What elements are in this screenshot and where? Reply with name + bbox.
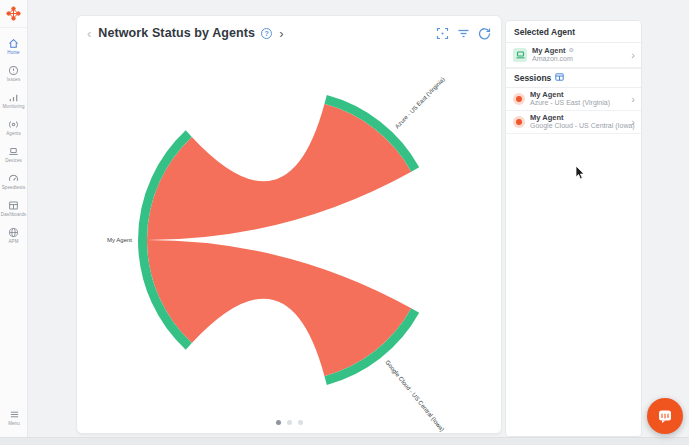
sidebar-item-label: Dashboards (1, 212, 26, 217)
sidebar-item-home[interactable]: Home (0, 33, 28, 60)
pagination-dot[interactable] (298, 420, 303, 425)
issues-icon (8, 65, 19, 76)
sidebar-item-agents[interactable]: Agents (0, 114, 28, 141)
logo-network-icon (6, 6, 21, 21)
sidebar-item-label: Agents (6, 131, 21, 136)
gear-icon[interactable]: ⚙ (568, 47, 573, 55)
apm-icon (8, 227, 19, 238)
session-status-icon (513, 116, 525, 128)
session-row-google[interactable]: My Agent Google Cloud - US Central (Iowa… (506, 111, 641, 134)
sidebar-item-devices[interactable]: Devices (0, 141, 28, 168)
sidebar-item-apm[interactable]: APM (0, 222, 28, 249)
sidebar-item-label: Menu (8, 421, 20, 426)
selected-agent-subtitle: Amazon.com (532, 55, 574, 64)
pagination-dot[interactable] (276, 420, 281, 425)
speedtests-icon (8, 173, 19, 184)
session-title: My Agent (530, 90, 563, 99)
sidebar-item-label: Devices (5, 158, 22, 163)
sidebar-nav: Home Issues Monitoring Agents Devices Sp… (0, 28, 27, 249)
selected-agent-row[interactable]: My Agent ⚙ Amazon.com › (506, 43, 641, 68)
session-title: My Agent (530, 113, 563, 122)
sidebar-item-dashboards[interactable]: Dashboards (0, 195, 28, 222)
chevron-right-icon: › (631, 50, 635, 61)
dashboards-icon (8, 200, 19, 211)
selected-agent-title: My Agent (532, 46, 565, 55)
sidebar-item-label: Home (7, 50, 19, 55)
sidebar-item-speedtests[interactable]: Speedtests (0, 168, 28, 195)
session-status-icon (513, 93, 525, 105)
chevron-right-icon: › (631, 94, 635, 105)
session-row-azure[interactable]: My Agent Azure - US East (Virginia) › (506, 88, 641, 111)
sidebar-item-label: Issues (7, 77, 21, 82)
session-subtitle: Azure - US East (Virginia) (530, 99, 610, 108)
chord-node-label: My Agent (107, 237, 132, 243)
app-logo[interactable] (0, 0, 27, 28)
sidebar-item-menu[interactable]: Menu (0, 404, 28, 431)
footer-bar (0, 437, 689, 445)
chord-diagram[interactable]: My AgentAzure - US East (Virginia)Google… (77, 16, 503, 435)
menu-icon (9, 409, 20, 420)
sidebar-item-issues[interactable]: Issues (0, 60, 28, 87)
agent-icon (513, 48, 527, 62)
chord-node-label: Azure - US East (Virginia) (394, 76, 446, 130)
sidebar: Home Issues Monitoring Agents Devices Sp… (0, 0, 28, 437)
pagination-dots (77, 420, 501, 425)
details-panel: Selected Agent My Agent ⚙ Amazon.com › S… (505, 20, 642, 437)
pagination-dot[interactable] (287, 420, 292, 425)
selected-agent-header: Selected Agent (506, 21, 641, 43)
chevron-right-icon: › (631, 117, 635, 128)
devices-icon (8, 146, 19, 157)
home-icon (8, 38, 19, 49)
chart-card: ‹ Network Status by Agents ? › My AgentA… (76, 15, 502, 434)
monitoring-icon (8, 92, 19, 103)
sessions-header-label: Sessions (514, 73, 551, 83)
sessions-header: Sessions (506, 68, 641, 88)
table-icon[interactable] (555, 73, 564, 83)
chat-icon (657, 408, 673, 424)
agents-icon (8, 119, 19, 130)
sidebar-item-label: APM (8, 239, 18, 244)
chat-button[interactable] (647, 398, 683, 434)
sidebar-item-monitoring[interactable]: Monitoring (0, 87, 28, 114)
sidebar-item-label: Speedtests (2, 185, 26, 190)
sidebar-item-label: Monitoring (2, 104, 24, 109)
session-subtitle: Google Cloud - US Central (Iowa) (530, 122, 631, 131)
